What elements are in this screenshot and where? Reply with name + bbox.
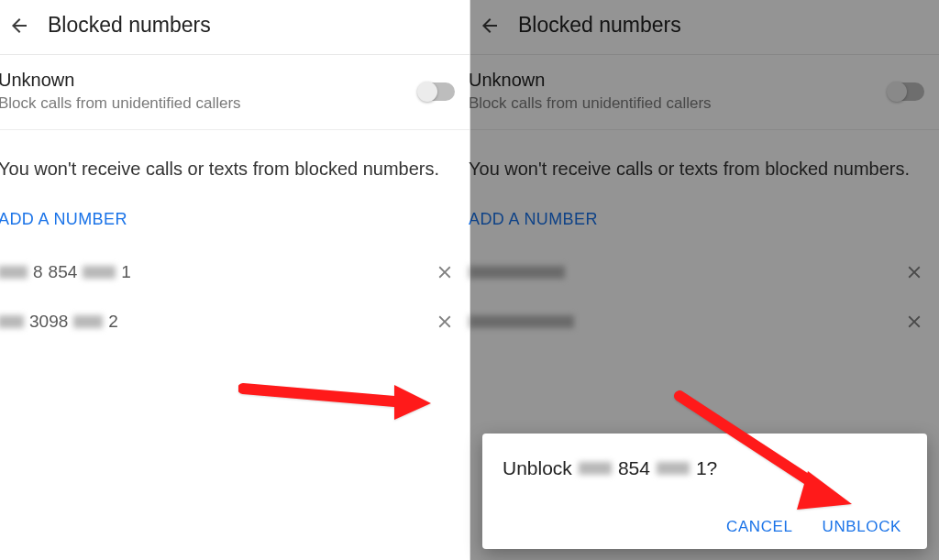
unblock-dialog: Unblock 854 1? CANCEL UNBLOCK: [482, 434, 927, 549]
unknown-toggle[interactable]: [418, 82, 455, 101]
redacted-segment: [0, 315, 24, 328]
redacted-segment: [83, 266, 116, 279]
blocked-number-row: 3098 2: [0, 297, 470, 346]
redacted-segment: [73, 315, 103, 328]
unknown-section: Unknown Block calls from unidentified ca…: [0, 55, 470, 130]
dialog-title: Unblock 854 1?: [503, 457, 907, 479]
dialog-prefix: Unblock: [503, 457, 572, 479]
redacted-segment: [0, 266, 28, 279]
dialog-number-end: 1?: [696, 457, 717, 479]
annotation-arrow-icon: [238, 367, 440, 425]
number-fragment-prefix-1: 8: [33, 262, 43, 282]
number-fragment-end-1: 1: [121, 262, 131, 282]
blocked-number-text: 3098 2: [0, 312, 118, 332]
info-text: You won't receive calls or texts from bl…: [0, 130, 470, 182]
svg-marker-1: [394, 385, 431, 420]
number-fragment-end-2: 2: [108, 312, 118, 332]
number-fragment-mid-1: 854: [49, 262, 78, 282]
back-arrow-icon[interactable]: [7, 14, 31, 38]
blocked-numbers-screen-left: Blocked numbers Unknown Block calls from…: [0, 0, 470, 560]
redacted-segment: [657, 462, 690, 475]
page-title: Blocked numbers: [48, 13, 211, 38]
remove-number-icon[interactable]: [433, 310, 457, 334]
redacted-segment: [579, 462, 612, 475]
blocked-number-row: 8 854 1: [0, 247, 470, 297]
unknown-title: Unknown: [0, 70, 241, 91]
blocked-number-text: 8 854 1: [0, 262, 131, 282]
blocked-numbers-screen-right: Blocked numbers Unknown Block calls from…: [470, 0, 939, 560]
unknown-subtitle: Block calls from unidentified callers: [0, 94, 241, 113]
number-fragment-mid-2: 3098: [29, 312, 68, 332]
unblock-button[interactable]: UNBLOCK: [823, 518, 901, 536]
dialog-number-mid: 854: [618, 457, 650, 479]
dialog-button-row: CANCEL UNBLOCK: [503, 518, 907, 536]
svg-line-0: [243, 389, 394, 401]
add-number-button[interactable]: ADD A NUMBER: [0, 182, 470, 247]
header: Blocked numbers: [0, 0, 470, 55]
remove-number-icon[interactable]: [433, 260, 457, 284]
cancel-button[interactable]: CANCEL: [726, 518, 793, 536]
unknown-text-block: Unknown Block calls from unidentified ca…: [0, 70, 241, 113]
